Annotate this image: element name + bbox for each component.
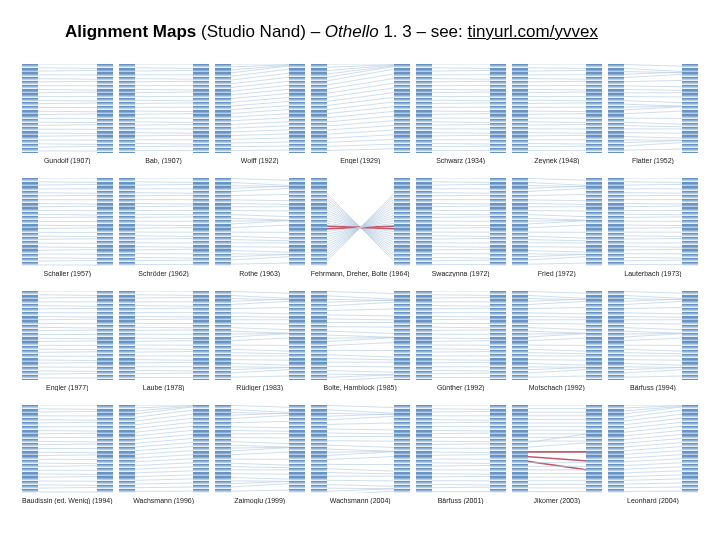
text-bar-left (416, 64, 432, 153)
slide-title: Alignment Maps (Studio Nand) – Othello 1… (0, 0, 720, 54)
alignment-map (119, 405, 209, 494)
alignment-map (119, 64, 209, 153)
alignment-cell: Günther (1992) (416, 291, 506, 391)
alignment-cell: Engler (1977) (22, 291, 113, 391)
alignment-map (608, 405, 698, 494)
alignment-cell: Flatter (1952) (608, 64, 698, 164)
alignment-cell: Jikomer (2003) (512, 405, 602, 505)
alignment-cell: Bärfuss (2001) (416, 405, 506, 505)
alignment-map (215, 178, 305, 267)
alignment-map (215, 64, 305, 153)
text-bar-left (512, 64, 528, 153)
text-bar-right (394, 64, 410, 153)
cell-caption: Zaimoglu (1999) (234, 497, 285, 504)
cell-caption: Laube (1978) (143, 384, 185, 391)
alignment-map (215, 291, 305, 380)
cell-caption: Bärfuss (1994) (630, 384, 676, 391)
text-bar-right (490, 405, 506, 494)
text-bar-left (416, 291, 432, 380)
text-bar-left (119, 178, 135, 267)
text-bar-right (682, 178, 698, 267)
alignment-map (119, 291, 209, 380)
alignment-map (22, 178, 113, 267)
title-section: 1. 3 – see: (379, 22, 468, 41)
text-bar-left (512, 178, 528, 267)
alignment-cell: Bärfuss (1994) (608, 291, 698, 391)
alignment-map (416, 64, 506, 153)
text-bar-left (416, 405, 432, 494)
alignment-map (512, 178, 602, 267)
text-bar-left (215, 405, 231, 494)
text-bar-right (193, 291, 209, 380)
cell-caption: Bab, (1907) (145, 157, 182, 164)
cell-caption: Rothe (1963) (239, 270, 280, 277)
text-bar-right (586, 291, 602, 380)
text-bar-left (608, 64, 624, 153)
alignment-cell: Rothe (1963) (215, 178, 305, 278)
cell-caption: Fried (1972) (538, 270, 576, 277)
text-bar-right (394, 291, 410, 380)
alignment-cell: Schwarz (1934) (416, 64, 506, 164)
alignment-map (215, 405, 305, 494)
text-bar-right (193, 64, 209, 153)
alignment-map (311, 64, 410, 153)
cell-caption: Engel (1929) (340, 157, 380, 164)
alignment-map (22, 64, 113, 153)
alignment-cell: Fried (1972) (512, 178, 602, 278)
cell-caption: Schaller (1957) (44, 270, 91, 277)
text-bar-right (97, 64, 113, 153)
alignment-map (311, 178, 410, 267)
cell-caption: Zeynek (1948) (534, 157, 579, 164)
text-bar-right (490, 291, 506, 380)
alignment-map (416, 178, 506, 267)
text-bar-left (416, 178, 432, 267)
text-bar-right (289, 405, 305, 494)
alignment-cell: Swaczynna (1972) (416, 178, 506, 278)
alignment-map (22, 405, 113, 494)
text-bar-right (682, 291, 698, 380)
alignment-map (608, 291, 698, 380)
cell-caption: Flatter (1952) (632, 157, 674, 164)
text-bar-left (512, 291, 528, 380)
title-work: Othello (325, 22, 379, 41)
alignment-cell: Laube (1978) (119, 291, 209, 391)
text-bar-left (215, 178, 231, 267)
text-bar-right (97, 291, 113, 380)
text-bar-right (394, 405, 410, 494)
alignment-map (608, 64, 698, 153)
text-bar-right (289, 291, 305, 380)
cell-caption: Lauterbach (1973) (624, 270, 681, 277)
cell-caption: Bärfuss (2001) (438, 497, 484, 504)
text-bar-left (22, 64, 38, 153)
alignment-grid: Gundolf (1907)Bab, (1907)Wolff (1922)Eng… (0, 54, 720, 524)
text-bar-left (22, 178, 38, 267)
alignment-cell: Zaimoglu (1999) (215, 405, 305, 505)
cell-caption: Bolte, Hamblock (1985) (324, 384, 397, 391)
text-bar-right (682, 64, 698, 153)
title-link[interactable]: tinyurl.com/yvvex (468, 22, 598, 41)
cell-caption: Engler (1977) (46, 384, 88, 391)
text-bar-left (22, 405, 38, 494)
text-bar-right (289, 64, 305, 153)
alignment-map (512, 405, 602, 494)
text-bar-right (394, 178, 410, 267)
alignment-cell: Baudissin (ed. Wenig) (1994) (22, 405, 113, 505)
text-bar-right (682, 405, 698, 494)
text-bar-left (512, 405, 528, 494)
alignment-map (416, 405, 506, 494)
alignment-map (311, 291, 410, 380)
alignment-cell: Lauterbach (1973) (608, 178, 698, 278)
text-bar-left (311, 291, 327, 380)
alignment-cell: Bab, (1907) (119, 64, 209, 164)
text-bar-right (97, 178, 113, 267)
text-bar-right (490, 64, 506, 153)
cell-caption: Schröder (1962) (138, 270, 189, 277)
text-bar-left (119, 64, 135, 153)
text-bar-right (289, 178, 305, 267)
alignment-cell: Wachsmann (2004) (311, 405, 410, 505)
alignment-cell: Motschach (1992) (512, 291, 602, 391)
cell-caption: Baudissin (ed. Wenig) (1994) (22, 497, 113, 504)
cell-caption: Schwarz (1934) (436, 157, 485, 164)
text-bar-left (215, 291, 231, 380)
text-bar-right (97, 405, 113, 494)
